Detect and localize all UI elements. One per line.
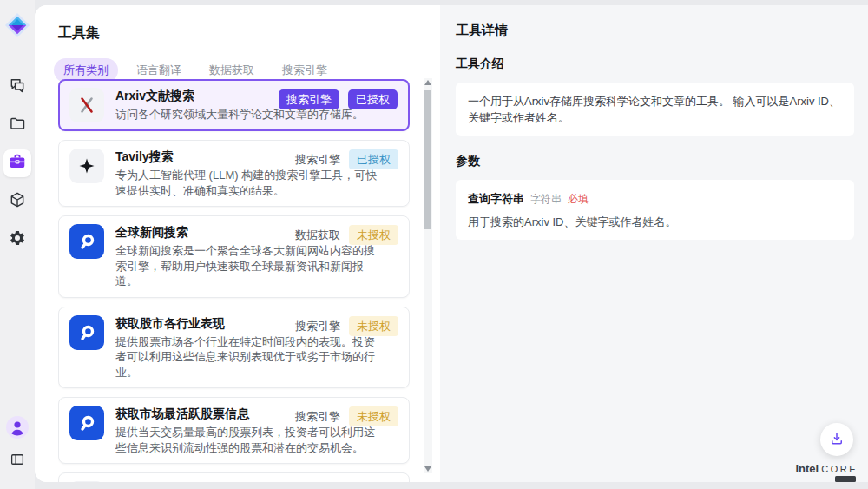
parameter-type: 字符串 [530, 191, 562, 208]
juhe-search-icon [69, 224, 104, 259]
tavily-icon [69, 149, 104, 183]
sidebar-item-toolbox[interactable] [3, 149, 31, 177]
scroll-down-arrow-icon[interactable] [424, 466, 431, 472]
tool-card-3[interactable]: 获取股市各行业表现 提供股票市场各个行业在特定时间段内的表现。投资者可以利用这些… [58, 307, 410, 389]
auth-status-badge: 已授权 [348, 89, 398, 109]
tool-category-badge: 搜索引擎 [279, 89, 339, 109]
tool-card-0[interactable]: Arxiv文献搜索 访问各个研究领域大量科学论文和文章的存储库。 搜索引擎已授权 [58, 79, 410, 131]
tool-description: 全球新闻搜索是一个聚合全球各大新闻网站内容的搜索引擎，帮助用户快速获取全球最新资… [115, 243, 378, 289]
tool-badges: 数据获取未授权 [295, 225, 398, 245]
scroll-up-arrow-icon[interactable] [424, 80, 431, 85]
download-button[interactable] [820, 423, 853, 456]
parameter-header: 查询字符串 字符串 必填 [468, 190, 842, 208]
tool-category-badge: 搜索引擎 [295, 407, 340, 426]
main-content: 工具集 所有类别语言翻译数据获取搜索引擎 Arxiv文献搜索 访问各个研究领域大… [35, 5, 868, 482]
tool-card-2[interactable]: 全球新闻搜索 全球新闻搜索是一个聚合全球各大新闻网站内容的搜索引擎，帮助用户快速… [58, 215, 410, 298]
intel-core-badge [835, 476, 856, 482]
details-title: 工具详情 [456, 23, 854, 39]
tool-card-4[interactable]: 获取市场最活跃股票信息 提供当天交易量最高的股票列表，投资者可以利用这些信息来识… [58, 397, 410, 464]
package-icon [9, 191, 26, 212]
parameter-description: 用于搜索的Arxiv ID、关键字或作者姓名。 [468, 215, 842, 229]
tool-category-badge: 搜索引擎 [295, 317, 340, 335]
auth-status-badge: 已授权 [349, 149, 398, 169]
intel-core-logo: intel core [795, 462, 858, 482]
list-scrollbar[interactable] [424, 78, 432, 473]
tool-intro-text: 一个用于从Arxiv存储库搜索科学论文和文章的工具。 输入可以是Arxiv ID… [456, 83, 854, 136]
auth-status-badge: 未授权 [349, 225, 398, 245]
folder-icon [9, 115, 26, 135]
tool-description: 提供当天交易量最高的股票列表，投资者可以利用这些信息来识别流动性强的股票和潜在的… [115, 425, 378, 455]
tool-badges: 搜索引擎未授权 [295, 406, 398, 426]
arxiv-icon [69, 88, 104, 122]
tool-list-panel: 工具集 所有类别语言翻译数据获取搜索引擎 Arxiv文献搜索 访问各个研究领域大… [35, 5, 440, 482]
juhe-search-icon [69, 406, 104, 440]
collapse-sidebar-icon [10, 452, 25, 471]
tool-card-5[interactable]: 万维地区新闻查询 查询具体行政区划内的新闻，快速了解各地新闻动 搜索引擎未授权 [58, 472, 410, 482]
icon-sidebar [0, 0, 35, 489]
intel-text: intel [795, 462, 819, 475]
tool-badges: 搜索引擎未授权 [295, 316, 398, 336]
tool-description: 专为人工智能代理 (LLM) 构建的搜索引擎工具，可快速提供实时、准确和真实的结… [115, 168, 378, 198]
sidebar-nav [3, 73, 31, 254]
settings-icon [9, 229, 26, 250]
sidebar-item-collapse-sidebar[interactable] [5, 449, 30, 473]
parameter-name: 查询字符串 [468, 190, 524, 207]
juhe-search-icon [69, 315, 104, 350]
intel-core-wordmark: intel core [795, 462, 858, 475]
sidebar-item-package[interactable] [3, 188, 31, 215]
sidebar-item-settings[interactable] [3, 226, 31, 254]
scrollbar-thumb[interactable] [424, 90, 431, 229]
toolbox-icon [8, 152, 27, 175]
download-icon [829, 431, 845, 449]
sidebar-item-user-avatar[interactable] [5, 417, 30, 441]
tool-category-badge: 搜索引擎 [295, 150, 340, 169]
parameter-required-flag: 必填 [568, 191, 589, 208]
tool-description: 提供股票市场各个行业在特定时间段内的表现。投资者可以利用这些信息来识别表现优于或… [115, 334, 378, 380]
tool-list: Arxiv文献搜索 访问各个研究领域大量科学论文和文章的存储库。 搜索引擎已授权… [58, 79, 410, 482]
tool-category-badge: 数据获取 [295, 226, 340, 244]
page-title: 工具集 [58, 24, 440, 43]
parameter-card: 查询字符串 字符串 必填 用于搜索的Arxiv ID、关键字或作者姓名。 [456, 180, 854, 240]
chat-icon [9, 76, 26, 97]
user-avatar-icon [6, 416, 29, 442]
sidebar-bottom [0, 417, 35, 473]
sidebar-item-chat[interactable] [3, 73, 31, 101]
auth-status-badge: 未授权 [349, 406, 398, 426]
app-logo [4, 12, 30, 38]
tool-badges: 搜索引擎已授权 [279, 89, 398, 109]
app-window: 工具集 所有类别语言翻译数据获取搜索引擎 Arxiv文献搜索 访问各个研究领域大… [0, 0, 868, 489]
core-text: core [821, 464, 858, 474]
tool-badges: 搜索引擎已授权 [295, 149, 398, 169]
tool-details-panel: 工具详情 工具介绍 一个用于从Arxiv存储库搜索科学论文和文章的工具。 输入可… [440, 5, 868, 482]
intro-heading: 工具介绍 [456, 56, 854, 72]
tool-card-1[interactable]: Tavily搜索 专为人工智能代理 (LLM) 构建的搜索引擎工具，可快速提供实… [58, 140, 410, 207]
news-icon [69, 481, 104, 482]
auth-status-badge: 未授权 [349, 316, 398, 336]
sidebar-item-folder[interactable] [3, 111, 31, 139]
params-heading: 参数 [456, 154, 854, 169]
